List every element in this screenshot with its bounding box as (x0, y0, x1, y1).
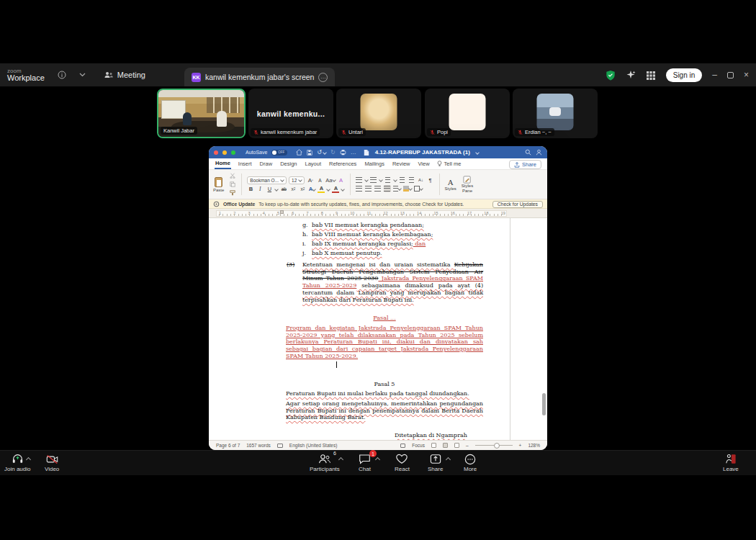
more-commands-icon[interactable]: … (351, 150, 356, 156)
video-tile-popi[interactable]: Popi (425, 89, 510, 138)
tab-view[interactable]: View (417, 159, 430, 168)
proofing-icon[interactable] (277, 444, 283, 448)
superscript-button[interactable]: x2 (299, 186, 306, 193)
react-button[interactable]: React (395, 453, 410, 472)
tab-insert[interactable]: Insert (238, 159, 253, 168)
styles-button[interactable]: A Styles (445, 178, 456, 192)
language-indicator[interactable]: English (United States) (289, 443, 337, 448)
join-audio-button[interactable]: Join audio (4, 453, 30, 472)
font-size-select[interactable]: 12 (289, 176, 305, 184)
tell-me-button[interactable]: Tell me (437, 161, 462, 167)
ai-sparkle-icon[interactable] (626, 70, 636, 80)
info-icon[interactable] (58, 71, 66, 79)
tab-shared-screen[interactable]: KK kanwil kemenkum jabar's screen … (184, 68, 335, 86)
share-chevron-icon[interactable] (446, 457, 451, 462)
chevron-down-icon[interactable] (79, 73, 86, 77)
page-indicator[interactable]: Page 6 of 7 (216, 443, 240, 448)
highlight-button[interactable]: A (318, 186, 325, 193)
undo-icon[interactable]: ↺ (317, 150, 326, 156)
show-paragraph-marks-button[interactable]: ¶ (427, 176, 434, 184)
more-button[interactable]: More (464, 453, 477, 472)
tab-options-icon[interactable]: … (318, 73, 328, 82)
multilevel-chevron-icon[interactable] (393, 178, 397, 182)
numbering-chevron-icon[interactable] (379, 178, 383, 182)
indent-marker[interactable] (280, 210, 284, 214)
undo-chevron-icon[interactable] (323, 150, 327, 155)
check-updates-button[interactable]: Check for Updates (492, 201, 543, 208)
clear-formatting-icon[interactable]: A (338, 176, 345, 184)
maximize-icon[interactable] (727, 72, 734, 78)
chat-button[interactable]: 1 Chat (359, 453, 371, 472)
underline-button[interactable]: U (266, 186, 273, 193)
audio-options-chevron-icon[interactable] (26, 457, 31, 462)
align-right-button[interactable] (374, 185, 382, 192)
align-center-button[interactable] (365, 185, 372, 192)
video-tile-untari[interactable]: Untari (336, 89, 421, 138)
tab-draw[interactable]: Draw (259, 159, 274, 168)
borders-button[interactable] (414, 185, 423, 192)
tab-references[interactable]: References (328, 159, 357, 168)
video-tile-erdian[interactable]: Erdian ~, ~ (513, 89, 598, 138)
sign-in-button[interactable]: Sign in (666, 68, 703, 82)
font-name-select[interactable]: Bookman O... (247, 176, 287, 184)
home-icon[interactable] (296, 149, 302, 156)
shrink-font-icon[interactable]: A (316, 176, 323, 184)
participants-button[interactable]: 6 Participants (310, 453, 340, 472)
format-painter-icon[interactable] (229, 189, 236, 197)
close-icon[interactable]: × (744, 70, 749, 80)
tab-design[interactable]: Design (279, 159, 297, 168)
bullets-chevron-icon[interactable] (364, 178, 369, 182)
zoom-out-button[interactable]: – (466, 443, 469, 448)
autosave-toggle[interactable]: OFF (271, 150, 287, 156)
underline-chevron-icon[interactable] (275, 187, 279, 192)
document-title[interactable]: 4.12-RAPERBUP JAKASTRADA (1) (375, 149, 470, 156)
strikethrough-button[interactable]: ab (280, 186, 287, 193)
tab-home[interactable]: Home (215, 158, 231, 169)
sort-button[interactable]: A↓ (418, 176, 425, 184)
security-shield-icon[interactable] (606, 70, 616, 81)
increase-indent-button[interactable] (408, 176, 415, 184)
word-count[interactable]: 1657 words (246, 443, 271, 448)
paste-button[interactable]: Paste (213, 177, 224, 192)
tab-meeting[interactable]: Meeting (104, 71, 145, 79)
shading-button[interactable] (403, 185, 412, 192)
align-left-button[interactable] (356, 185, 363, 192)
numbering-button[interactable] (370, 176, 377, 184)
highlight-chevron-icon[interactable] (327, 187, 331, 192)
ribbon-share-button[interactable]: Share (509, 160, 541, 169)
grow-font-icon[interactable]: A^ (307, 176, 314, 184)
web-layout-icon[interactable] (454, 443, 459, 448)
bullets-button[interactable] (356, 176, 363, 184)
text-effects-button[interactable]: A (308, 186, 315, 193)
font-color-button[interactable]: A (332, 186, 339, 193)
mac-minimize-icon[interactable] (222, 150, 227, 155)
cut-icon[interactable] (229, 172, 236, 179)
apps-grid-icon[interactable] (646, 71, 656, 80)
mac-zoom-icon[interactable] (231, 150, 235, 155)
mac-close-icon[interactable] (214, 150, 218, 155)
bold-button[interactable]: B (247, 186, 254, 193)
print-layout-icon[interactable] (443, 443, 448, 448)
zoom-level[interactable]: 128% (528, 443, 540, 448)
minimize-icon[interactable]: – (712, 70, 717, 80)
participants-chevron-icon[interactable] (338, 457, 343, 462)
zoom-slider-thumb[interactable] (494, 443, 500, 449)
title-chevron-icon[interactable] (475, 150, 480, 155)
video-tile-kanwil-jabar[interactable]: Kanwil Jabar (157, 89, 246, 138)
chat-chevron-icon[interactable] (375, 457, 380, 462)
styles-pane-button[interactable]: Styles Pane (462, 176, 473, 193)
video-tile-kanwil-kemenkum[interactable]: kanwil kemenku... kanwil kemenkum jabar (248, 89, 333, 138)
justify-button[interactable] (384, 185, 391, 192)
change-case-icon[interactable]: Aa (325, 176, 335, 184)
zoom-slider[interactable] (475, 445, 513, 446)
save-icon[interactable] (307, 150, 312, 156)
read-mode-icon[interactable] (431, 443, 436, 448)
zoom-in-button[interactable]: + (519, 443, 522, 448)
copy-icon[interactable] (229, 181, 236, 188)
document-canvas[interactable]: g. bab VII memuat kerangka pendanaan; h.… (209, 218, 547, 440)
subscript-button[interactable]: x2 (289, 186, 297, 193)
line-spacing-button[interactable] (393, 185, 401, 192)
video-button[interactable]: Video (45, 453, 59, 472)
decrease-indent-button[interactable] (399, 176, 406, 184)
print-icon[interactable] (340, 149, 346, 156)
